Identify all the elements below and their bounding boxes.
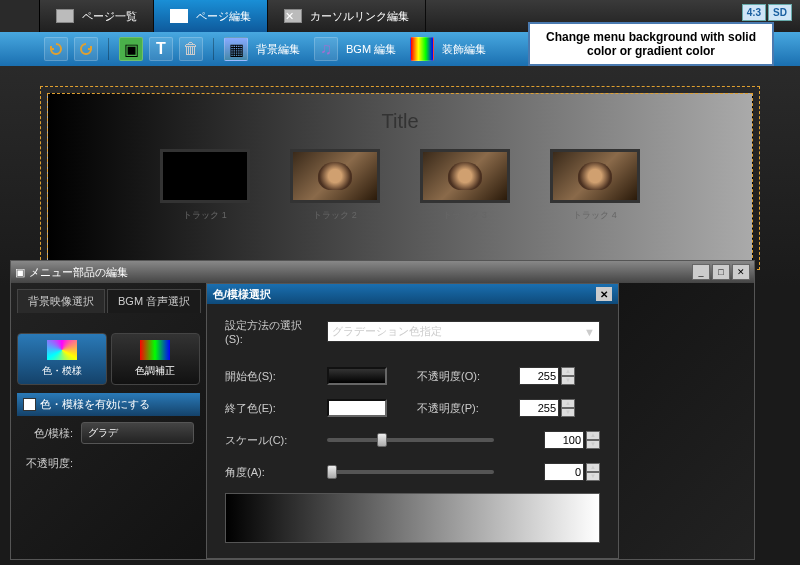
- tone-bars-icon: [140, 340, 170, 360]
- deco-edit-button[interactable]: 装飾編集: [442, 42, 486, 57]
- opacity-label: 不透明度:: [23, 456, 73, 471]
- tab-page-edit[interactable]: ページ編集: [154, 0, 268, 32]
- track-thumb-3[interactable]: トラック 3: [420, 149, 510, 222]
- safe-frame-outer: Title トラック 1 トラック 2 トラック 3 トラック 4: [40, 86, 760, 270]
- maximize-button[interactable]: □: [712, 264, 730, 280]
- enable-pattern-row[interactable]: ✔ 色・模様を有効にする: [17, 393, 200, 416]
- menu-parts-dialog: ▣メニュー部品の編集 _ □ ✕ 背景映像選択 BGM 音声選択 色・模様 色調…: [10, 260, 755, 560]
- enable-checkbox[interactable]: ✔: [23, 398, 36, 411]
- bg-edit-icon: ▦: [224, 37, 248, 61]
- color-pattern-mode[interactable]: 色・模様: [17, 333, 107, 385]
- bg-video-tab[interactable]: 背景映像選択: [17, 289, 105, 313]
- tone-correction-mode[interactable]: 色調補正: [111, 333, 201, 385]
- minimize-button[interactable]: _: [692, 264, 710, 280]
- color-swatch-icon: [47, 340, 77, 360]
- scale-up[interactable]: ▲: [586, 431, 600, 440]
- page-edit-icon: [170, 9, 188, 23]
- text-button[interactable]: T: [149, 37, 173, 61]
- angle-up[interactable]: ▲: [586, 463, 600, 472]
- opacity2-label: 不透明度(P):: [417, 401, 509, 416]
- tab-page-list[interactable]: ページ一覧: [40, 0, 154, 32]
- delete-button[interactable]: 🗑: [179, 37, 203, 61]
- end-color-swatch[interactable]: [327, 399, 387, 417]
- thumbnail-row: トラック 1 トラック 2 トラック 3 トラック 4: [68, 149, 732, 222]
- tab-label: ページ一覧: [82, 9, 137, 24]
- undo-button[interactable]: [44, 37, 68, 61]
- angle-down[interactable]: ▼: [586, 472, 600, 481]
- opacity2-down[interactable]: ▼: [561, 408, 575, 417]
- canvas-area: Title トラック 1 トラック 2 トラック 3 トラック 4: [0, 66, 800, 286]
- bg-edit-button[interactable]: 背景編集: [256, 42, 300, 57]
- gradient-preview: [225, 493, 600, 543]
- page-list-icon: [56, 9, 74, 23]
- opacity1-input[interactable]: [519, 367, 559, 385]
- bgm-audio-tab[interactable]: BGM 音声選択: [107, 289, 201, 313]
- scale-slider[interactable]: [327, 438, 494, 442]
- method-select[interactable]: グラデーション色指定 ▼: [327, 321, 600, 342]
- cursor-link-icon: ✕: [284, 9, 302, 23]
- subdialog-titlebar[interactable]: 色/模様選択 ✕: [207, 284, 618, 304]
- track-thumb-1[interactable]: トラック 1: [160, 149, 250, 222]
- end-color-label: 終了色(E):: [225, 401, 317, 416]
- scale-input[interactable]: [544, 431, 584, 449]
- menu-title-text[interactable]: Title: [68, 110, 732, 133]
- image-button[interactable]: ▣: [119, 37, 143, 61]
- track-thumb-4[interactable]: トラック 4: [550, 149, 640, 222]
- angle-label: 角度(A):: [225, 465, 317, 480]
- start-color-label: 開始色(S):: [225, 369, 317, 384]
- pattern-value-button[interactable]: グラデ: [81, 422, 194, 444]
- scale-label: スケール(C):: [225, 433, 317, 448]
- angle-slider[interactable]: [327, 470, 494, 474]
- aspect-indicator: 4:3 SD: [742, 4, 792, 21]
- opacity2-input[interactable]: [519, 399, 559, 417]
- redo-button[interactable]: [74, 37, 98, 61]
- track-thumb-2[interactable]: トラック 2: [290, 149, 380, 222]
- opacity1-up[interactable]: ▲: [561, 367, 575, 376]
- opacity1-label: 不透明度(O):: [417, 369, 509, 384]
- color-pattern-subdialog: 色/模様選択 ✕ 設定方法の選択(S): グラデーション色指定 ▼ 開始色(S)…: [206, 283, 619, 559]
- pattern-label: 色/模様:: [23, 426, 73, 441]
- left-tool-stub: [0, 0, 40, 32]
- opacity1-down[interactable]: ▼: [561, 376, 575, 385]
- app-icon: ▣: [15, 266, 25, 279]
- bgm-edit-button[interactable]: BGM 編集: [346, 42, 396, 57]
- deco-icon: [410, 37, 434, 61]
- help-callout: Change menu background with solid color …: [528, 22, 774, 66]
- aspect-ratio: 4:3: [742, 4, 766, 21]
- opacity2-up[interactable]: ▲: [561, 399, 575, 408]
- angle-input[interactable]: [544, 463, 584, 481]
- tab-label: ページ編集: [196, 9, 251, 24]
- subdialog-close-button[interactable]: ✕: [596, 287, 612, 301]
- close-button[interactable]: ✕: [732, 264, 750, 280]
- tab-label: カーソルリンク編集: [310, 9, 409, 24]
- method-label: 設定方法の選択(S):: [225, 318, 317, 345]
- menu-canvas[interactable]: Title トラック 1 トラック 2 トラック 3 トラック 4: [47, 93, 753, 263]
- start-color-swatch[interactable]: [327, 367, 387, 385]
- tab-cursor-link[interactable]: ✕ カーソルリンク編集: [268, 0, 426, 32]
- dialog-title: メニュー部品の編集: [29, 265, 128, 280]
- chevron-down-icon: ▼: [584, 326, 595, 338]
- definition-badge: SD: [768, 4, 792, 21]
- dialog-titlebar[interactable]: ▣メニュー部品の編集 _ □ ✕: [11, 261, 754, 283]
- bgm-icon: ♫: [314, 37, 338, 61]
- dialog-left-panel: 色・模様 色調補正 ✔ 色・模様を有効にする 色/模様: グラデ 不透明度:: [11, 303, 206, 559]
- scale-down[interactable]: ▼: [586, 440, 600, 449]
